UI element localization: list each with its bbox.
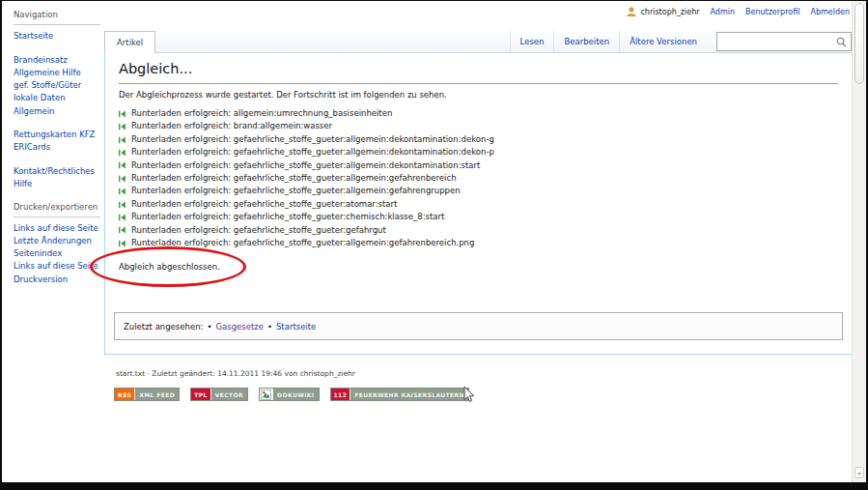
download-arrow-icon (119, 214, 126, 221)
log-text: Runterladen erfolgreich: gefaehrliche_st… (131, 172, 457, 185)
user-icon (627, 7, 636, 16)
badge-tpl-text: VECTOR (211, 389, 247, 400)
sync-done-text: Abgleich abgeschlossen. (119, 262, 838, 272)
sidebar-heading-navigation: Navigation (14, 9, 100, 21)
tab-bearbeiten[interactable]: Bearbeiten (553, 31, 619, 52)
profile-link[interactable]: Benutzerprofil (745, 8, 799, 16)
sidebar-item-allgemein[interactable]: Allgemein (14, 105, 100, 118)
sidebar-item-seitenindex[interactable]: Seitenindex (14, 247, 100, 260)
download-arrow-icon (119, 136, 126, 144)
recently-viewed-bar: Zuletzt angesehen: • Gasgesetze • Starts… (114, 312, 843, 340)
download-arrow-icon (119, 110, 126, 118)
log-text: Runterladen erfolgreich: brand:allgemein… (131, 120, 332, 132)
tab-artikel[interactable]: Artikel (104, 31, 155, 53)
trace-bullet: • (267, 322, 272, 331)
list-item: Runterladen erfolgreich: gefaehrliche_st… (119, 198, 838, 211)
sidebar-item-rettungskarten-kfz[interactable]: Rettungskarten KFZ (14, 129, 100, 141)
badge-rss-text: XML FEED (135, 389, 179, 400)
download-arrow-icon (119, 226, 126, 234)
download-arrow-icon (119, 175, 126, 183)
log-text: Runterladen erfolgreich: gefaehrliche_st… (131, 198, 397, 211)
download-arrow-icon (119, 187, 126, 195)
sidebar-item-gef-stoffe-gueter[interactable]: gef. Stoffe/Güter (14, 79, 100, 92)
list-item: Runterladen erfolgreich: allgemein:umrec… (119, 107, 838, 120)
download-arrow-icon (119, 201, 126, 209)
search-icon[interactable] (836, 37, 847, 47)
badge-feuerwehr[interactable]: 112 FEUERWEHR KAISERSLAUTERN (330, 388, 469, 401)
badge-112-label: 112 (331, 389, 351, 400)
page-title: Abgleich... (119, 61, 838, 84)
sidebar-item-lokale-daten[interactable]: lokale Daten (14, 92, 100, 104)
badge-template-vector[interactable]: TPL VECTOR (190, 388, 248, 401)
list-item: Runterladen erfolgreich: gefaehrliche_st… (119, 237, 838, 249)
download-arrow-icon (119, 161, 126, 169)
download-arrow-icon (119, 123, 126, 130)
sidebar-item-hilfe[interactable]: Hilfe (14, 178, 100, 190)
sync-log-list: Runterladen erfolgreich: allgemein:umrec… (119, 107, 838, 249)
footer-badges: RSS XML FEED TPL VECTOR DOKUWIKI (114, 388, 469, 401)
trace-link-gasgesetze[interactable]: Gasgesetze (215, 322, 264, 331)
list-item: Runterladen erfolgreich: gefaehrliche_st… (119, 185, 838, 197)
badge-dokuwiki-text: DOKUWIKI (273, 389, 318, 400)
search-input[interactable] (723, 37, 836, 46)
log-text: Runterladen erfolgreich: gefaehrliche_st… (131, 211, 444, 223)
logged-in-user: christoph_ziehr (627, 7, 699, 16)
list-item: Runterladen erfolgreich: gefaehrliche_st… (119, 211, 838, 223)
badge-tpl-label: TPL (191, 389, 211, 400)
tab-strip: Artikel Lesen Bearbeiten Ältere Versione… (104, 31, 852, 53)
badge-feuerwehr-text: FEUERWEHR KAISERSLAUTERN (350, 389, 468, 400)
trace-link-startseite[interactable]: Startseite (276, 322, 316, 331)
page-meta: start.txt · Zuletzt geändert: 14.11.2011… (116, 369, 355, 378)
sidebar-item-links-auf-diese-seite-2[interactable]: Links auf diese Seite (14, 260, 100, 273)
list-item: Runterladen erfolgreich: gefaehrliche_st… (119, 224, 838, 237)
sidebar-divider (14, 24, 100, 25)
list-item: Runterladen erfolgreich: gefaehrliche_st… (119, 133, 838, 146)
intro-text: Der Abgleichprozess wurde gestartet. Der… (119, 90, 838, 100)
sidebar-item-startseite[interactable]: Startseite (14, 30, 100, 43)
sidebar-item-ericards[interactable]: ERICards (14, 141, 100, 154)
dokuwiki-icon (260, 389, 273, 400)
scrollbar-down-arrow[interactable]: ▾ (854, 467, 864, 478)
logout-link[interactable]: Abmelden (810, 8, 850, 16)
browser-window: christoph_ziehr Admin Benutzerprofil Abm… (0, 0, 868, 490)
sidebar-divider (14, 216, 100, 217)
search-box (716, 32, 852, 51)
trace-label: Zuletzt angesehen: (124, 322, 203, 331)
badge-rss-label: RSS (115, 389, 135, 400)
download-arrow-icon (119, 149, 126, 157)
scrollbar-thumb[interactable] (854, 3, 864, 84)
log-text: Runterladen erfolgreich: gefaehrliche_st… (131, 133, 494, 146)
log-text: Runterladen erfolgreich: gefaehrliche_st… (131, 237, 474, 249)
log-text: Runterladen erfolgreich: gefaehrliche_st… (131, 146, 494, 159)
username-label: christoph_ziehr (640, 8, 699, 16)
sidebar-item-links-auf-diese-seite[interactable]: Links auf diese Seite (14, 222, 100, 235)
download-arrow-icon (119, 240, 126, 247)
list-item: Runterladen erfolgreich: gefaehrliche_st… (119, 146, 838, 159)
tab-aeltere-versionen[interactable]: Ältere Versionen (619, 31, 707, 52)
list-item: Runterladen erfolgreich: gefaehrliche_st… (119, 159, 838, 172)
vertical-scrollbar[interactable]: ▾ (852, 1, 866, 482)
sidebar-item-kontakt-rechtliches[interactable]: Kontakt/Rechtliches (14, 165, 100, 178)
sidebar-item-allgemeine-hilfe[interactable]: Allgemeine Hilfe (14, 67, 100, 79)
admin-link[interactable]: Admin (710, 8, 735, 16)
list-item: Runterladen erfolgreich: gefaehrliche_st… (119, 172, 838, 185)
content-area: Abgleich... Der Abgleichprozess wurde ge… (104, 53, 852, 355)
log-text: Runterladen erfolgreich: gefaehrliche_st… (131, 224, 386, 237)
trace-bullet: • (207, 322, 211, 331)
log-text: Runterladen erfolgreich: gefaehrliche_st… (131, 159, 480, 172)
tab-lesen[interactable]: Lesen (510, 31, 554, 52)
log-text: Runterladen erfolgreich: gefaehrliche_st… (131, 185, 461, 197)
tab-spacer (155, 31, 509, 52)
badge-rss-feed[interactable]: RSS XML FEED (114, 388, 180, 401)
log-text: Runterladen erfolgreich: allgemein:umrec… (131, 107, 392, 120)
user-bar: christoph_ziehr Admin Benutzerprofil Abm… (627, 7, 850, 16)
list-item: Runterladen erfolgreich: brand:allgemein… (119, 120, 838, 132)
sidebar-item-druckversion[interactable]: Druckversion (14, 274, 100, 286)
sidebar: Navigation Startseite Brandeinsatz Allge… (2, 1, 104, 297)
sidebar-heading-export: Drucken/exportieren (14, 201, 100, 214)
badge-dokuwiki[interactable]: DOKUWIKI (259, 388, 319, 401)
sidebar-item-brandeinsatz[interactable]: Brandeinsatz (14, 54, 100, 67)
sidebar-item-letzte-aenderungen[interactable]: Letzte Änderungen (14, 235, 100, 247)
